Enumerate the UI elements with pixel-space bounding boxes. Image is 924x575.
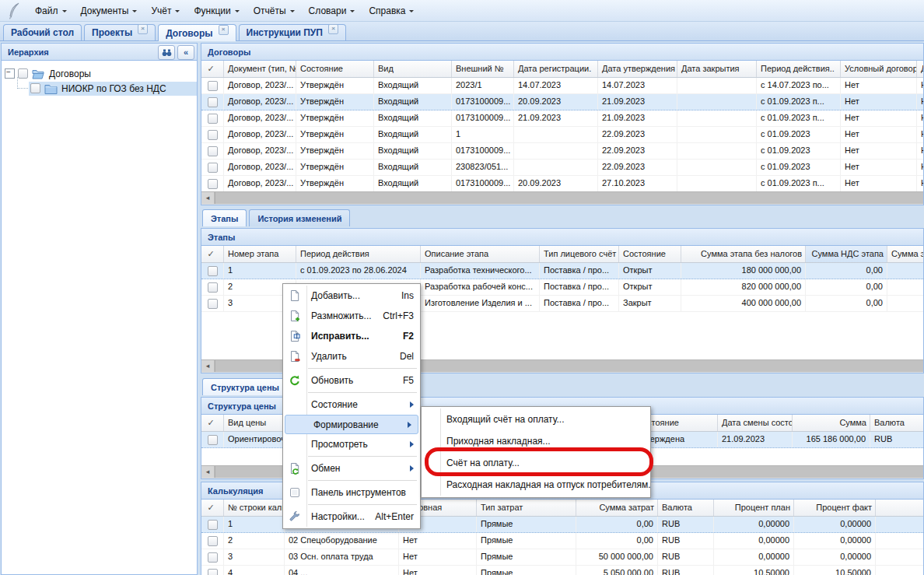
tab-price-structure[interactable]: Структура цены [202,378,288,395]
context-menu-item[interactable]: Состояние [283,394,420,415]
column-header[interactable]: Период действия.. [757,61,841,77]
column-header[interactable]: Процент план [714,500,794,516]
column-header[interactable]: Сумма [793,415,870,431]
table-row[interactable]: Договор, 2023/...УтверждёнВходящий017310… [201,143,923,160]
main-tab[interactable]: Проекты× [84,24,156,40]
search-binoculars-button[interactable] [158,45,175,60]
column-header[interactable]: Валюта [870,415,923,431]
scroll-left-arrow-icon[interactable]: ◂ [201,466,215,478]
column-header[interactable]: Состояние [296,61,374,77]
column-header[interactable]: Тип затрат [477,500,576,516]
column-header[interactable]: Дата регистрации. [514,61,598,77]
column-header[interactable] [876,500,923,516]
row-checkbox[interactable] [208,130,218,140]
tab-close-icon[interactable]: × [138,24,148,34]
table-row[interactable]: Договор, 2023/...УтверждёнВходящий017310… [201,176,923,192]
column-header[interactable]: Период действия [296,246,421,262]
table-row[interactable]: 202 СпецоборудованиеНетПрямые0,00RUB0,00… [201,533,923,549]
menubar-item[interactable]: Отчёты [247,2,302,19]
column-header[interactable]: ✓ [201,415,224,431]
row-checkbox[interactable] [208,520,218,530]
row-checkbox[interactable] [208,81,218,91]
column-header[interactable]: Внешний № [452,61,514,77]
column-header[interactable]: ✓ [201,246,224,262]
column-header[interactable]: До [917,61,923,77]
table-row[interactable]: 404 ...НетПрямые5 050 000,00RUB10,500001… [201,566,923,575]
tree-checkbox[interactable] [30,83,40,93]
column-header[interactable]: Описание этапа [421,246,540,262]
horizontal-scrollbar[interactable]: ◂ [201,191,923,205]
column-header[interactable]: Документ (тип, № [224,61,296,77]
collapse-panel-button[interactable]: « [177,45,194,60]
column-header[interactable]: Состояние [619,246,681,262]
column-header[interactable]: Дата утверждения [598,61,677,77]
menubar-item[interactable]: Учёт [144,2,187,19]
menubar-item[interactable]: Функции [187,2,246,19]
row-checkbox[interactable] [208,552,218,563]
scroll-left-arrow-icon[interactable]: ◂ [201,360,215,372]
context-menu-item[interactable]: Панель инструментов [283,482,420,503]
context-menu-item[interactable]: Добавить...Ins [283,286,420,306]
menubar-item[interactable]: Словари [302,2,362,19]
table-row[interactable]: Договор, 2023/...УтверждёнВходящий2023/1… [201,78,923,94]
row-checkbox[interactable] [208,163,218,173]
row-checkbox[interactable] [208,299,218,309]
menubar-item[interactable]: Документы [74,2,145,19]
row-checkbox[interactable] [208,97,218,107]
row-checkbox[interactable] [208,435,218,445]
scroll-left-arrow-icon[interactable]: ◂ [201,192,215,204]
tree-node-child[interactable]: НИОКР по ГОЗ без НДС [5,81,197,96]
column-header[interactable]: Сумма НДС этапа [806,246,887,262]
tab-close-icon[interactable]: × [219,25,229,35]
tab-close-icon[interactable]: × [328,24,338,34]
column-header[interactable]: Валюта [658,500,714,516]
submenu-item[interactable]: Входящий счёт на оплату... [422,408,650,430]
context-menu-item[interactable]: Исправить...F2 [283,326,420,346]
column-header[interactable]: Сумма затрат [576,500,658,516]
column-header[interactable]: Сумма этапа без налогов [681,246,806,262]
section-tab[interactable]: История изменений [249,209,350,226]
column-header[interactable]: Дата закрытия [677,61,757,77]
table-row[interactable]: Договор, 2023/...УтверждёнВходящий122.09… [201,127,923,143]
row-checkbox[interactable] [208,266,218,276]
row-checkbox[interactable] [208,536,218,546]
row-checkbox[interactable] [208,179,218,189]
table-row[interactable]: Договор, 2023/...УтверждёнВходящий017310… [201,110,923,127]
context-menu-item[interactable]: ОбновитьF5 [283,370,420,391]
main-tab[interactable]: Рабочий стол [3,24,82,40]
column-header[interactable]: № строки кальк... [224,500,285,516]
table-row[interactable]: Договор, 2023/...УтверждёнВходящий017310… [201,94,923,110]
context-menu-item[interactable]: Настройки...Alt+Enter [283,507,420,527]
column-header[interactable]: Условный договор [841,61,917,77]
row-checkbox[interactable] [208,146,218,156]
context-menu-item[interactable]: Просмотреть [283,434,420,454]
column-header[interactable]: Сумма эт [887,246,923,262]
column-header[interactable]: Дата смены состоя [718,415,793,431]
main-tab[interactable]: Инструкции ПУП× [239,24,346,40]
submenu-item[interactable]: Расходная накладная на отпуск потребител… [422,474,650,496]
context-menu-item[interactable]: Размножить...Ctrl+F3 [283,306,420,326]
column-header[interactable]: Вид [374,61,452,77]
scrollbar-thumb[interactable] [215,192,923,204]
row-checkbox[interactable] [208,569,218,575]
menubar-item[interactable]: Справка [362,2,421,19]
context-menu-item[interactable]: Обмен [283,458,420,479]
tree-node-root[interactable]: Договоры [5,66,197,81]
column-header[interactable]: Номер этапа [224,246,296,262]
column-header[interactable]: Тип лицевого счёт [540,246,619,262]
table-row[interactable]: 303 Осн. оплата трудаНетПрямые50 000 000… [201,549,923,566]
row-checkbox[interactable] [208,282,218,293]
table-row[interactable]: Договор, 2023/...УтверждёнВходящий230823… [201,160,923,176]
main-tab[interactable]: Договоры× [158,24,236,41]
column-header[interactable]: ✓ [201,61,224,77]
column-header[interactable]: Процент факт [794,500,876,516]
context-menu-item[interactable]: Формирование [285,415,418,434]
column-header[interactable]: ✓ [201,500,224,516]
context-menu-item[interactable]: УдалитьDel [283,346,420,366]
table-row[interactable]: 1с 01.09.2023 по 28.06.2024Разработка те… [201,263,923,279]
collapse-toggle-icon[interactable] [5,68,15,79]
tree-node-selected[interactable]: НИОКР по ГОЗ без НДС [29,82,197,96]
section-tab[interactable]: Этапы [202,209,247,226]
row-checkbox[interactable] [208,114,218,124]
menubar-item[interactable]: Файл [28,2,74,19]
